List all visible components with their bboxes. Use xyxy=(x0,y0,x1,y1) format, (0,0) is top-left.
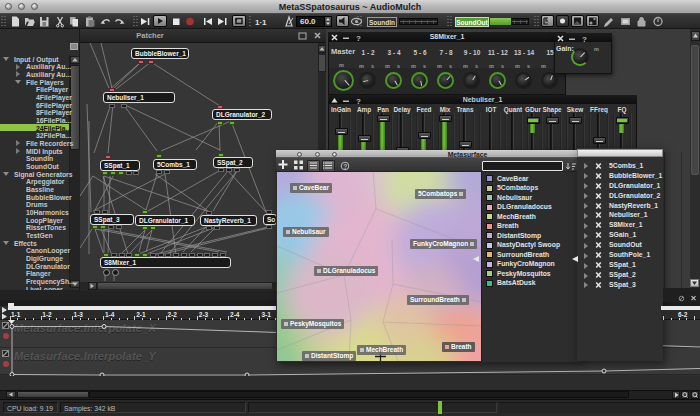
svg-text:1·1: 1·1 xyxy=(255,18,267,27)
svg-text:?: ? xyxy=(356,34,361,42)
svg-text:?: ? xyxy=(356,97,361,105)
svg-text:?: ? xyxy=(343,162,347,169)
svg-text:?: ? xyxy=(582,35,587,43)
